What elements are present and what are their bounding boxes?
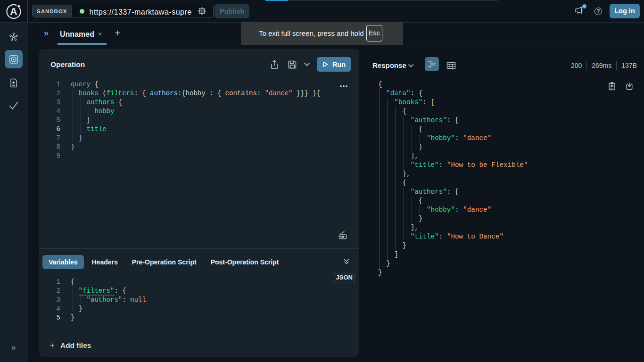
svg-text:A: A	[10, 6, 17, 17]
